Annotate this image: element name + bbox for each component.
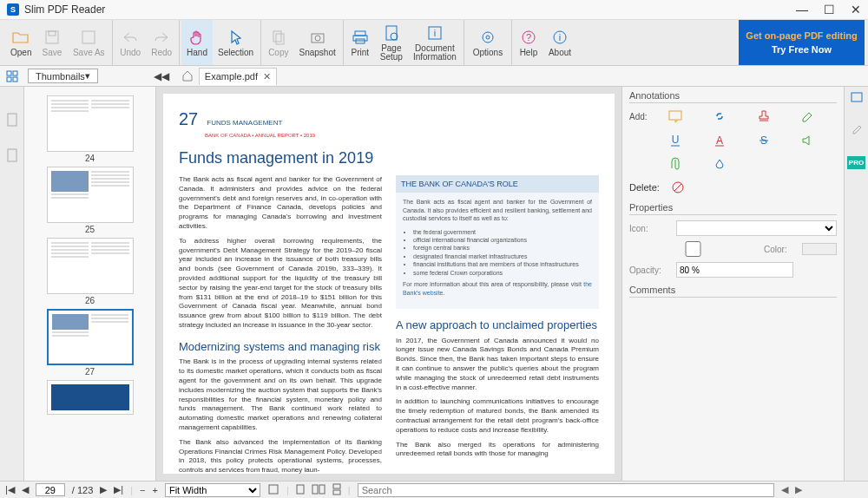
annotations-tab-icon[interactable] xyxy=(851,92,863,107)
home-icon[interactable] xyxy=(181,69,194,83)
thumbnail-26[interactable]: 26 xyxy=(47,238,134,305)
sound-annotation-icon[interactable] xyxy=(799,133,815,148)
watermark-annotation-icon[interactable] xyxy=(712,157,727,173)
icon-select[interactable] xyxy=(676,220,837,236)
copy-button[interactable]: Copy xyxy=(263,20,293,65)
continuous-icon[interactable] xyxy=(332,483,341,497)
color-swatch[interactable] xyxy=(802,243,837,255)
upgrade-cta[interactable]: Get on-page PDF editing Try Free Now xyxy=(739,20,865,65)
save-as-icon xyxy=(79,28,98,47)
pro-badge[interactable]: PRO xyxy=(847,156,865,169)
svg-rect-1 xyxy=(49,31,56,36)
about-icon: i xyxy=(550,28,569,47)
thumbnail-24[interactable]: 24 xyxy=(47,95,134,163)
svg-point-14 xyxy=(483,32,493,43)
right-sidebar: PRO xyxy=(844,87,868,481)
page-number-input[interactable] xyxy=(36,483,65,496)
gear-icon xyxy=(478,28,497,47)
thumbnails-dropdown[interactable]: Thumbnails ▾ xyxy=(28,69,98,83)
svg-rect-24 xyxy=(8,114,16,126)
hand-tool-button[interactable]: Hand xyxy=(181,20,213,65)
options-button[interactable]: Options xyxy=(466,20,510,65)
snapshot-button[interactable]: Snapshot xyxy=(293,20,340,65)
page-view[interactable]: 27FUNDS MANAGEMENTBANK OF CANADA • ANNUA… xyxy=(156,87,621,481)
save-as-button[interactable]: Save As xyxy=(67,20,110,65)
svg-rect-22 xyxy=(7,77,11,82)
doc-info-button[interactable]: i Document Information xyxy=(408,20,462,65)
print-button[interactable]: Print xyxy=(345,20,375,65)
svg-rect-2 xyxy=(82,31,95,43)
svg-line-34 xyxy=(674,184,681,191)
selection-tool-button[interactable]: Selection xyxy=(213,20,259,65)
comments-title: Comments xyxy=(629,285,837,298)
svg-text:i: i xyxy=(559,32,561,43)
last-page-button[interactable]: ▶| xyxy=(114,484,123,495)
text-annotation-icon[interactable]: A xyxy=(712,133,727,148)
page-heading: Funds management in 2019 xyxy=(179,147,599,168)
page-setup-button[interactable]: Page Setup xyxy=(375,20,408,65)
color-checkbox[interactable] xyxy=(629,241,757,257)
search-input[interactable] xyxy=(358,483,774,497)
svg-text:A: A xyxy=(716,134,723,147)
thumbnails-panel: 24 25 26 27 xyxy=(24,87,156,481)
facing-pages-icon[interactable] xyxy=(312,484,326,496)
search-prev-icon[interactable]: ◀ xyxy=(781,484,788,495)
attachment-icon[interactable] xyxy=(7,148,17,165)
thumbnail-27[interactable]: 27 xyxy=(47,309,134,377)
save-button[interactable]: Save xyxy=(36,20,67,65)
delete-annotation-icon[interactable] xyxy=(670,180,686,195)
prev-page-button[interactable]: ◀ xyxy=(22,484,29,495)
highlight-annotation-icon[interactable] xyxy=(799,108,815,124)
collapse-sidebar-button[interactable]: ◀◀ xyxy=(154,70,169,82)
tab-label: Example.pdf xyxy=(205,71,258,82)
thumbnail-25[interactable]: 25 xyxy=(47,167,134,234)
single-page-icon[interactable] xyxy=(296,484,305,496)
close-button[interactable]: ✕ xyxy=(851,3,861,16)
zoom-in-button[interactable]: + xyxy=(152,485,157,495)
svg-rect-7 xyxy=(355,31,365,36)
thumbnail-28[interactable] xyxy=(47,380,134,415)
info-icon: i xyxy=(425,23,444,43)
properties-title: Properties xyxy=(629,202,837,215)
redo-button[interactable]: Redo xyxy=(146,20,177,65)
copy-icon xyxy=(269,28,288,47)
snapshot-icon xyxy=(308,28,327,47)
svg-rect-36 xyxy=(269,485,278,494)
note-annotation-icon[interactable] xyxy=(667,108,683,124)
link-annotation-icon[interactable] xyxy=(712,108,727,124)
first-page-button[interactable]: |◀ xyxy=(5,484,15,495)
opacity-input[interactable] xyxy=(676,262,793,278)
close-tab-icon[interactable]: ✕ xyxy=(263,71,271,82)
open-button[interactable]: Open xyxy=(5,20,36,65)
main-toolbar: Open Save Save As Undo Redo Hand Selecti… xyxy=(0,19,868,66)
bookmark-icon[interactable] xyxy=(7,113,17,129)
svg-rect-23 xyxy=(13,77,17,82)
svg-rect-40 xyxy=(333,484,340,488)
zoom-out-button[interactable]: − xyxy=(140,485,145,495)
undo-button[interactable]: Undo xyxy=(115,20,146,65)
help-button[interactable]: ? Help xyxy=(514,20,543,65)
about-button[interactable]: i About xyxy=(543,20,576,65)
next-page-button[interactable]: ▶ xyxy=(100,484,107,495)
attachment-annotation-icon[interactable] xyxy=(667,157,683,173)
print-icon xyxy=(351,28,370,47)
strikeout-annotation-icon[interactable]: S xyxy=(756,133,772,148)
stamp-annotation-icon[interactable] xyxy=(756,108,772,124)
search-next-icon[interactable]: ▶ xyxy=(795,484,802,495)
minimize-button[interactable]: — xyxy=(796,3,808,16)
svg-text:?: ? xyxy=(526,32,531,43)
svg-rect-41 xyxy=(333,490,340,495)
edit-tab-icon[interactable] xyxy=(851,122,863,137)
fit-page-icon[interactable] xyxy=(267,483,279,497)
underline-annotation-icon[interactable]: U xyxy=(667,133,683,148)
maximize-button[interactable]: ☐ xyxy=(824,3,835,16)
undo-icon xyxy=(121,28,140,47)
tab-bar: Thumbnails ▾ ◀◀ Example.pdf ✕ xyxy=(0,66,868,87)
redo-icon xyxy=(152,28,171,47)
zoom-select[interactable]: Fit Width xyxy=(165,483,260,497)
svg-rect-3 xyxy=(273,31,281,42)
svg-point-15 xyxy=(486,36,490,39)
thumbnails-grid-icon[interactable] xyxy=(0,66,24,87)
svg-rect-26 xyxy=(669,111,681,120)
document-tab[interactable]: Example.pdf ✕ xyxy=(199,68,277,85)
